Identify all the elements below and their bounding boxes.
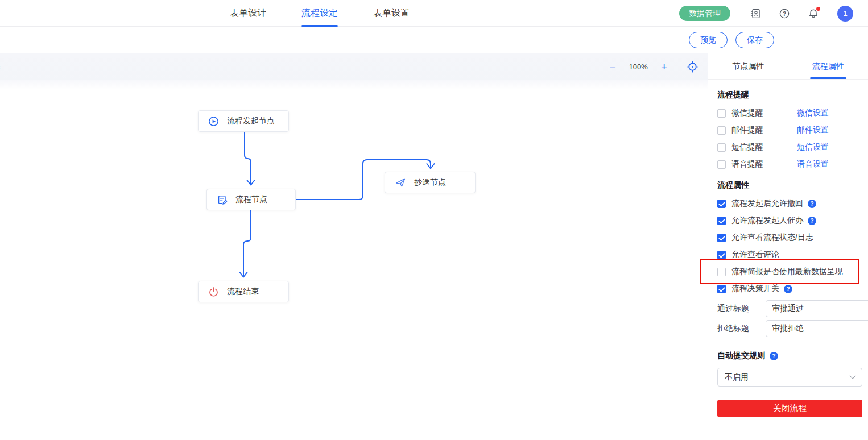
tab-flow-setting[interactable]: 流程设定 [301,0,338,27]
email-settings-link[interactable]: 邮件设置 [797,125,829,135]
node-label: 抄送节点 [414,177,446,188]
pass-title-field-row: 通过标题 [717,300,862,317]
panel-tabs: 节点属性 流程属性 [708,53,868,80]
header-actions: 数据管理 ? [679,0,853,27]
auto-submit-select[interactable]: 不启用 [717,368,862,387]
node-flow-process[interactable]: 流程节点 [206,189,296,210]
prop-row-view-status-log: 允许查看流程状态/日志 [717,229,862,246]
reminder-label: 语音提醒 [731,159,797,169]
prop-label: 允许流程发起人催办 [731,215,803,226]
node-label: 流程发起节点 [227,116,275,126]
reject-title-field-row: 拒绝标题 [717,320,862,337]
properties-section-title: 流程属性 [717,180,862,190]
view-status-log-checkbox[interactable] [717,234,726,242]
properties-panel: 节点属性 流程属性 流程提醒 微信提醒 微信设置 邮件提醒 邮件设置 [708,53,868,440]
prop-row-briefing-latest-data: 流程简报是否使用最新数据呈现 [717,263,862,280]
flow-canvas: « − 100% + [0,53,708,440]
auto-submit-title: 自动提交规则 [717,351,765,361]
paper-plane-icon [395,177,406,188]
document-edit-icon [217,194,228,205]
canvas-toolbar: « − 100% + [0,53,708,80]
header-tabs: 表单设计 流程设定 表单设置 [230,0,410,27]
prop-label: 允许查看流程状态/日志 [731,233,813,243]
prop-label: 流程发起后允许撤回 [731,198,803,209]
node-flow-end[interactable]: 流程结束 [198,281,289,302]
node-label: 流程结束 [227,287,259,297]
help-icon[interactable]: ? [808,200,816,208]
voice-settings-link[interactable]: 语音设置 [797,159,829,169]
locate-icon[interactable] [687,61,698,73]
play-circle-icon [208,116,219,127]
zoom-controls: − 100% + [607,53,698,80]
auto-submit-selected-value: 不启用 [725,372,749,383]
zoom-in-button[interactable]: + [659,61,669,72]
zoom-level: 100% [629,63,648,71]
reminder-label: 短信提醒 [731,142,797,152]
divider [799,9,799,18]
help-icon[interactable]: ? [779,8,790,19]
header: 表单设计 流程设定 表单设置 数据管理 ? [0,0,868,27]
voice-reminder-checkbox[interactable] [717,160,726,169]
svg-text:?: ? [783,10,786,16]
reminder-row-wechat: 微信提醒 微信设置 [717,105,862,122]
briefing-latest-data-checkbox[interactable] [717,268,726,276]
flow-connectors [0,80,708,440]
avatar[interactable]: 1 [837,6,853,22]
reject-title-label: 拒绝标题 [717,323,766,334]
prop-row-allow-withdraw: 流程发起后允许撤回 ? [717,195,862,212]
data-manage-button[interactable]: 数据管理 [679,6,730,21]
reminders-section-title: 流程提醒 [717,90,862,100]
prop-row-decision-switch: 流程决策开关 ? [717,280,862,297]
pass-title-label: 通过标题 [717,304,766,314]
tab-form-design[interactable]: 表单设计 [230,0,266,27]
action-bar: 预览 保存 [0,27,868,53]
contact-book-icon[interactable] [750,8,761,19]
email-reminder-checkbox[interactable] [717,126,726,135]
pass-title-input[interactable] [766,300,868,317]
sms-settings-link[interactable]: 短信设置 [797,142,829,152]
notification-bell-icon[interactable] [808,8,819,19]
wechat-reminder-checkbox[interactable] [717,109,726,118]
prop-row-view-comments: 允许查看评论 [717,246,862,263]
allow-urge-checkbox[interactable] [717,217,726,225]
reminder-row-voice: 语音提醒 语音设置 [717,156,862,173]
reject-title-input[interactable] [766,320,868,337]
panel-content: 流程提醒 微信提醒 微信设置 邮件提醒 邮件设置 短信提醒 短信设置 [708,80,868,417]
zoom-out-button[interactable]: − [607,61,618,72]
reminder-label: 邮件提醒 [731,125,797,135]
view-comments-checkbox[interactable] [717,251,726,259]
prop-row-allow-urge: 允许流程发起人催办 ? [717,212,862,229]
prop-label: 流程简报是否使用最新数据呈现 [731,267,843,277]
canvas-body: 流程发起节点 流程节点 [0,80,708,440]
node-cc[interactable]: 抄送节点 [385,172,476,193]
reminder-row-sms: 短信提醒 短信设置 [717,139,862,156]
tab-node-properties[interactable]: 节点属性 [708,53,788,79]
reminder-label: 微信提醒 [731,108,797,118]
prop-label: 流程决策开关 [731,284,779,294]
close-flow-button[interactable]: 关闭流程 [717,400,862,417]
prop-label: 允许查看评论 [731,250,779,260]
divider [741,9,741,18]
divider [770,9,770,18]
power-icon [208,287,219,297]
help-icon[interactable]: ? [808,217,816,225]
node-label: 流程节点 [235,194,267,205]
node-flow-start[interactable]: 流程发起节点 [198,110,289,132]
preview-button[interactable]: 预览 [689,32,728,48]
sms-reminder-checkbox[interactable] [717,143,726,152]
app-window: 表单设计 流程设定 表单设置 数据管理 ? [0,0,868,440]
wechat-settings-link[interactable]: 微信设置 [797,108,829,118]
tab-form-settings[interactable]: 表单设置 [373,0,410,27]
auto-submit-title-row: 自动提交规则 ? [717,351,862,361]
help-icon[interactable]: ? [770,352,778,360]
tab-flow-properties[interactable]: 流程属性 [788,53,868,79]
chevron-down-icon [849,372,855,379]
main-area: « − 100% + [0,53,868,440]
notification-dot [816,7,820,11]
allow-withdraw-checkbox[interactable] [717,200,726,208]
reminder-row-email: 邮件提醒 邮件设置 [717,122,862,139]
save-button[interactable]: 保存 [735,32,774,48]
decision-switch-checkbox[interactable] [717,285,726,293]
help-icon[interactable]: ? [784,285,792,293]
